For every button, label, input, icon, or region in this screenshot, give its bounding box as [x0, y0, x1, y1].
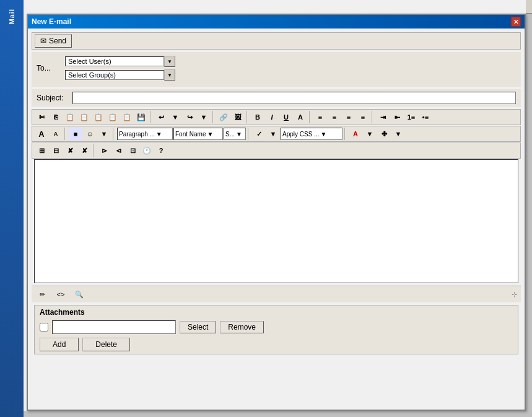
toolbar-redo[interactable]: ↪: [183, 111, 196, 123]
toolbar-table-row[interactable]: ⊟: [49, 144, 63, 157]
toolbar-image[interactable]: 🖼: [231, 111, 245, 123]
toolbar-list-ul[interactable]: •≡: [419, 111, 432, 123]
footer-code-btn[interactable]: <>: [54, 288, 68, 301]
toolbar-paste5[interactable]: 📋: [120, 111, 134, 123]
toolbar-dec-indent[interactable]: ⊲: [111, 144, 125, 157]
editor-toolbar-2: A A ■ ☺ ▼ Paragraph ... ▼ Font Name ▼ S.…: [32, 126, 521, 142]
toolbar-list-ol[interactable]: 1≡: [404, 111, 418, 123]
toolbar-align-left[interactable]: ≡: [313, 111, 327, 123]
email-editor[interactable]: [34, 159, 518, 283]
attachment-select-button[interactable]: Select: [180, 321, 216, 333]
toolbar-insert-table[interactable]: ⊞: [35, 144, 48, 157]
editor-toolbar-3: ⊞ ⊟ ✘ ✘ ⊳ ⊲ ⊡ 🕐 ?: [32, 143, 521, 159]
dialog-titlebar: New E-mail ✕: [28, 15, 525, 29]
dialog-title: New E-mail: [32, 17, 71, 26]
zoom-icon: 🔍: [75, 291, 84, 299]
tb-sep-5: [372, 111, 374, 123]
toolbar-italic[interactable]: I: [265, 111, 279, 123]
toolbar-bg-color[interactable]: ✤: [377, 128, 391, 140]
toolbar-size-dd[interactable]: S... ▼: [224, 128, 246, 140]
toolbar-show-blocks[interactable]: ⊡: [126, 144, 139, 157]
attachment-delete-button[interactable]: Delete: [82, 338, 130, 351]
toolbar-font-size-down[interactable]: A: [49, 128, 63, 140]
attachment-add-button[interactable]: Add: [40, 338, 79, 351]
toolbar-smiley[interactable]: ☺: [83, 128, 97, 140]
tb-sep-9: [344, 128, 347, 140]
subject-label: Subject:: [37, 94, 68, 102]
attachment-row: Select Remove: [40, 320, 513, 334]
toolbar-align-center[interactable]: ≡: [328, 111, 341, 123]
toolbar-highlight[interactable]: ■: [69, 128, 82, 140]
toolbar-paragraph-dd[interactable]: Paragraph ... ▼: [117, 128, 173, 140]
toolbar-inc-indent[interactable]: ⊳: [97, 144, 111, 157]
main-container: New E-mail ✕ ✉ Send To... Sel: [24, 0, 526, 411]
to-label: To...: [37, 64, 61, 72]
attachments-section: Attachments Select Remove Add Delete: [34, 305, 518, 354]
tb-sep-6: [64, 128, 67, 140]
toolbar-cut[interactable]: ✄: [35, 111, 48, 123]
send-toolbar: ✉ Send: [32, 32, 521, 50]
toolbar-smiley-drop[interactable]: ▼: [97, 128, 111, 140]
attachment-file-input[interactable]: [52, 320, 176, 334]
recipients-area: To... Select User(s) ▼ Select Group(s): [32, 52, 521, 87]
toolbar-redo-drop[interactable]: ▼: [197, 111, 211, 123]
email-dialog: New E-mail ✕ ✉ Send To... Sel: [27, 14, 526, 411]
toolbar-font-size-up[interactable]: A: [35, 128, 48, 140]
toolbar-spell-drop[interactable]: ▼: [266, 128, 280, 140]
toolbar-align-right[interactable]: ≡: [342, 111, 355, 123]
toolbar-help[interactable]: ?: [154, 144, 168, 157]
subject-input[interactable]: [72, 92, 516, 104]
select-groups-arrow[interactable]: ▼: [164, 69, 175, 81]
toolbar-clean[interactable]: ✘: [63, 144, 77, 157]
tb-sep-7: [113, 128, 115, 140]
toolbar-link[interactable]: 🔗: [217, 111, 230, 123]
tb-sep-10: [93, 144, 95, 157]
send-button[interactable]: ✉ Send: [35, 34, 72, 48]
toolbar-undo-drop[interactable]: ▼: [168, 111, 182, 123]
select-users-dropdown[interactable]: Select User(s): [65, 56, 164, 66]
sidebar: Mail: [0, 0, 24, 417]
attachment-checkbox[interactable]: [40, 323, 48, 331]
toolbar-font-color[interactable]: A: [294, 111, 307, 123]
sidebar-label: Mail: [8, 9, 15, 24]
toolbar-datetime[interactable]: 🕐: [140, 144, 154, 157]
footer-pencil-btn[interactable]: ✏: [35, 288, 49, 301]
to-row: To... Select User(s) ▼ Select Group(s): [37, 56, 516, 81]
toolbar-undo[interactable]: ↩: [154, 111, 168, 123]
toolbar-justify[interactable]: ≡: [356, 111, 370, 123]
footer-zoom-btn[interactable]: 🔍: [72, 288, 86, 301]
tb-sep-3: [246, 111, 249, 123]
select-users-arrow[interactable]: ▼: [164, 56, 175, 67]
editor-wrapper: [32, 159, 521, 283]
code-icon: <>: [57, 291, 65, 298]
toolbar-indent[interactable]: ⇥: [376, 111, 390, 123]
attachment-remove-button[interactable]: Remove: [220, 321, 264, 333]
toolbar-bold[interactable]: B: [251, 111, 264, 123]
dialog-body: ✉ Send To... Select User(s) ▼: [28, 29, 525, 410]
toolbar-paste[interactable]: 📋: [63, 111, 77, 123]
toolbar-apply-css-dd[interactable]: Apply CSS ... ▼: [281, 128, 342, 140]
tb-sep-4: [309, 111, 312, 123]
toolbar-outdent[interactable]: ⇤: [390, 111, 404, 123]
select-groups-dropdown[interactable]: Select Group(s): [65, 70, 164, 80]
attachments-title: Attachments: [40, 308, 513, 317]
tb-sep-2: [212, 111, 215, 123]
toolbar-text-color-drop[interactable]: ▼: [363, 128, 377, 140]
toolbar-bg-color-drop[interactable]: ▼: [391, 128, 405, 140]
toolbar-text-color[interactable]: A: [349, 128, 362, 140]
subject-row: Subject:: [32, 89, 521, 107]
dialog-close-button[interactable]: ✕: [511, 17, 521, 27]
toolbar-save[interactable]: 💾: [134, 111, 148, 123]
toolbar-paste3[interactable]: 📋: [92, 111, 105, 123]
toolbar-paste4[interactable]: 📋: [106, 111, 120, 123]
toolbar-copy[interactable]: ⎘: [49, 111, 63, 123]
editor-footer: ✏ <> 🔍 ⊹: [32, 286, 521, 302]
toolbar-underline[interactable]: U: [279, 111, 293, 123]
tb-sep-1: [150, 111, 152, 123]
toolbar-spell[interactable]: ✓: [252, 128, 266, 140]
send-icon: ✉: [40, 37, 46, 45]
toolbar-remove-tag[interactable]: ✘: [77, 144, 91, 157]
resize-indicator: ⊹: [512, 291, 517, 299]
toolbar-paste2[interactable]: 📋: [77, 111, 91, 123]
toolbar-font-name-dd[interactable]: Font Name ▼: [173, 128, 223, 140]
